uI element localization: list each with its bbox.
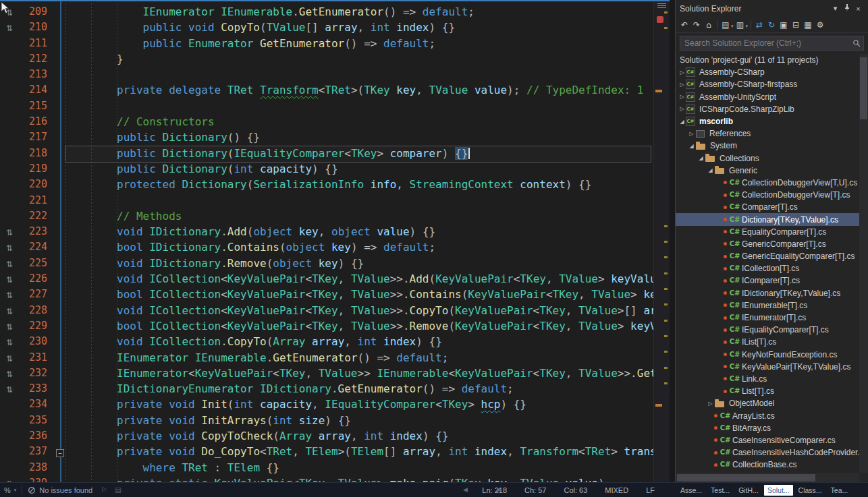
search-input[interactable] (680, 38, 850, 48)
references-gutter-icon[interactable]: ⇅ (6, 275, 13, 285)
references-gutter-icon[interactable]: ⇅ (6, 260, 13, 269)
code-line[interactable]: void IDictionary.Add(object key, object … (65, 225, 653, 241)
code-line[interactable]: bool IDictionary.Contains(object key) =>… (65, 241, 653, 256)
gutter-row[interactable]: ⇅ (0, 382, 19, 398)
code-line[interactable]: public Dictionary(int capacity) {} (65, 163, 653, 178)
scroll-right-icon[interactable]: ▶ (497, 486, 501, 493)
gutter-row[interactable] (0, 194, 19, 210)
gutter-row[interactable]: ⇅ (0, 272, 19, 288)
gutter-row[interactable]: ⇅ (0, 320, 19, 335)
collapse-all-icon[interactable]: ⊟ (790, 19, 802, 31)
line-number[interactable]: 215 (19, 100, 54, 115)
code-line[interactable]: protected Dictionary(SerializationInfo i… (65, 178, 653, 194)
gutter-row[interactable] (0, 100, 19, 115)
chevron-expanded-icon[interactable]: ◢ (678, 119, 686, 125)
tree-item[interactable]: C#CollectionDebuggerView[T,U].cs (676, 177, 859, 189)
code-line[interactable]: public Dictionary(IEqualityComparer<TKey… (65, 147, 653, 163)
window-menu-icon[interactable]: ▾ (830, 4, 841, 13)
close-icon[interactable]: × (852, 5, 864, 13)
code-line[interactable]: void ICollection<KeyValuePair<TKey, TVal… (65, 272, 653, 288)
gutter-row[interactable]: ⇅ (0, 288, 19, 303)
tree-item[interactable]: ◢Generic (676, 165, 859, 177)
code-line[interactable]: private void Init(int capacity, IEqualit… (65, 398, 653, 413)
tree-vertical-scrollbar[interactable] (859, 54, 868, 473)
show-all-files-icon[interactable]: ▦ (802, 19, 814, 31)
gutter-row[interactable]: ⇅ (0, 367, 19, 382)
tree-item[interactable]: C#IEnumerator[T].cs (676, 312, 859, 324)
code-line[interactable]: // Constructors (65, 115, 653, 131)
gutter-row[interactable] (0, 398, 19, 413)
scroll-left-icon[interactable]: ◀ (463, 486, 468, 493)
tree-item[interactable]: ◢System (676, 140, 859, 152)
fold-toggle-icon[interactable]: − (56, 449, 64, 457)
gutter-row[interactable] (0, 84, 19, 99)
tree-item[interactable]: C#IEqualityComparer[T].cs (676, 324, 859, 336)
task-list-icon[interactable]: ▤ (111, 486, 125, 494)
gutter-row[interactable]: ⇅ (0, 257, 19, 272)
tree-item[interactable]: C#Comparer[T].cs (676, 201, 859, 213)
gutter-row[interactable] (0, 210, 19, 225)
line-number[interactable]: 229 (19, 320, 54, 335)
line-number[interactable]: 211 (19, 37, 54, 53)
line-number[interactable]: 237 (19, 445, 54, 461)
gutter-row[interactable] (0, 37, 19, 53)
code-line[interactable]: where TRet : TElem {} (65, 461, 653, 477)
line-number[interactable]: 238 (19, 461, 54, 477)
line-number[interactable]: 227 (19, 288, 54, 303)
chevron-expanded-icon[interactable]: ◢ (688, 143, 695, 149)
tree-item[interactable]: ▷C#Assembly-CSharp-firstpass (676, 78, 859, 90)
line-number[interactable]: 222 (19, 210, 54, 225)
references-gutter-icon[interactable]: ⇅ (6, 24, 13, 33)
gutter-row[interactable] (0, 430, 19, 445)
line-number[interactable]: 218 (19, 147, 54, 163)
references-gutter-icon[interactable]: ⇅ (6, 322, 13, 332)
tree-item[interactable]: ▷ObjectModel (676, 397, 859, 409)
references-gutter-icon[interactable]: ⇅ (6, 354, 13, 363)
gutter-row[interactable] (0, 115, 19, 131)
zoom-control[interactable]: % ▾ (0, 486, 20, 494)
tree-item[interactable]: C#BitArray.cs (676, 422, 859, 434)
line-number[interactable]: 212 (19, 53, 54, 68)
tree-item[interactable]: Solution 'project-gui' (11 of 11 project… (676, 54, 859, 66)
code-text-area[interactable]: IEnumerator IEnumerable.GetEnumerator() … (65, 0, 653, 482)
line-ending-indicator[interactable]: LF (646, 486, 655, 494)
line-number[interactable]: 232 (19, 367, 54, 382)
gutter-row[interactable] (0, 445, 19, 461)
references-gutter-icon[interactable]: ⇅ (6, 479, 13, 482)
gutter-row[interactable] (0, 163, 19, 178)
gutter-row[interactable] (0, 461, 19, 477)
line-number[interactable]: 236 (19, 430, 54, 445)
scrollbar-thumb[interactable] (677, 474, 815, 481)
character-indicator[interactable]: Ch: 57 (524, 486, 546, 494)
panel-tab[interactable]: Test... (707, 485, 733, 496)
tree-horizontal-scrollbar[interactable] (676, 473, 859, 482)
code-line[interactable] (65, 194, 653, 210)
tree-item[interactable]: C#CollectionDebuggerView[T].cs (676, 189, 859, 201)
tree-item[interactable]: C#KeyNotFoundException.cs (676, 349, 859, 361)
gutter-row[interactable]: ⇅ (0, 21, 19, 36)
gutter-row[interactable] (0, 131, 19, 146)
line-number[interactable]: 235 (19, 414, 54, 430)
references-gutter-icon[interactable]: ⇅ (6, 385, 13, 394)
code-line[interactable]: IDictionaryEnumerator IDictionary.GetEnu… (65, 382, 653, 398)
nest-files-icon[interactable]: ▣ (778, 19, 790, 31)
code-line[interactable]: bool ICollection<KeyValuePair<TKey, TVal… (65, 320, 653, 335)
tree-item[interactable]: C#IDictionary[TKey,TValue].cs (676, 287, 859, 299)
tree-item[interactable]: ▷C#Assembly-UnityScript (676, 91, 859, 103)
code-line[interactable]: // Methods (65, 210, 653, 225)
code-line[interactable]: IEnumerator IEnumerable.GetEnumerator() … (65, 351, 653, 367)
tree-item[interactable]: C#EqualityComparer[T].cs (676, 226, 859, 238)
line-number[interactable]: 210 (19, 21, 54, 36)
chevron-down-icon[interactable]: ▾ (746, 24, 749, 29)
references-gutter-icon[interactable]: ⇅ (6, 243, 13, 253)
line-number[interactable]: 220 (19, 178, 54, 194)
properties-icon[interactable]: ⚙ (814, 19, 826, 31)
code-line[interactable]: public void CopyTo(TValue[] array, int i… (65, 21, 653, 36)
tree-item[interactable]: C#Dictionary[TKey,TValue].cs (676, 213, 859, 225)
tree-item[interactable]: C#CollectionBase.cs (676, 459, 859, 471)
panel-tab[interactable]: Solut... (764, 485, 793, 496)
code-line[interactable] (65, 68, 653, 84)
pin-icon[interactable] (841, 4, 852, 13)
tree-item[interactable]: ▷C#Assembly-CSharp (676, 66, 859, 78)
tree-item[interactable]: ◢Collections (676, 152, 859, 165)
